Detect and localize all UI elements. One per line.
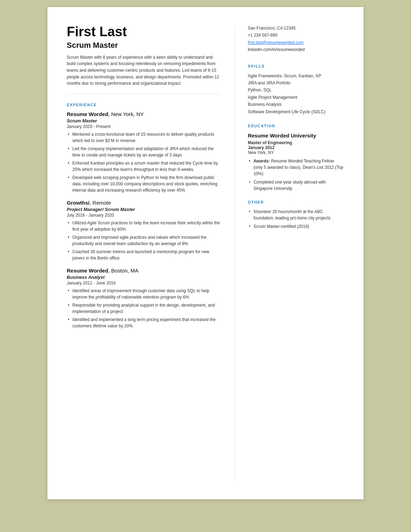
exp-bullet-1-4: Developed web scraping program in Python… <box>67 174 221 193</box>
other-section-header: OTHER <box>248 200 344 204</box>
divider-experience <box>67 94 221 94</box>
exp-bullet-2-3: Coached 30 summer interns and launched a… <box>67 249 221 261</box>
exp-dates-3: January 2012 - June 2016 <box>67 281 221 286</box>
edu-bullet-2: Completed one-year study abroad with Sin… <box>248 179 344 192</box>
contact-info: San Francisco, CA 12345 +1 234 567-890 f… <box>248 25 344 53</box>
contact-email[interactable]: first.last@resumeworded.com <box>248 40 304 45</box>
skills-section-header: SKILLS <box>248 64 344 68</box>
left-column: First Last Scrum Master Scrum Master wit… <box>67 25 235 482</box>
edu-bullets: Awards: Resume Worded Teaching Fellow (o… <box>248 158 344 192</box>
skills-list: Agile Frameworks- Scrum, Kanban, XP JIRA… <box>248 72 344 115</box>
exp-company-1: Resume Worded, New York, NY <box>67 111 221 117</box>
skill-6: Software Development Life Cycle (SDLC) <box>248 108 344 115</box>
exp-company-location-3: , Boston, MA <box>108 268 138 274</box>
contact-linkedin: linkedin.com/in/resumeworded <box>248 46 344 53</box>
candidate-summary: Scrum Master with 8 years of experience … <box>67 54 221 87</box>
exp-company-name-3: Resume Worded <box>67 268 108 274</box>
experience-section-header: EXPERIENCE <box>67 103 221 107</box>
edu-institution: Resume Worded University <box>248 132 344 139</box>
exp-company-location-2: , Remote <box>90 200 111 206</box>
exp-company-location-1: , New York, NY <box>108 111 144 117</box>
exp-bullet-2-2: Organized and improved agile practices a… <box>67 234 221 247</box>
skill-2: JIRA and JIRA Porfolio <box>248 79 344 86</box>
exp-dates-1: January 2020 - Present <box>67 124 221 129</box>
exp-company-3: Resume Worded, Boston, MA <box>67 268 221 274</box>
exp-role-2: Project Manager/ Scrum Master <box>67 207 221 212</box>
education-section-header: EDUCATION <box>248 124 344 128</box>
other-bullets: Volunteer 20 hours/month at the ABC foun… <box>248 209 344 230</box>
skill-5: Business Analysis <box>248 101 344 108</box>
right-column: San Francisco, CA 12345 +1 234 567-890 f… <box>235 25 344 482</box>
exp-bullet-1-2: Led the company implementation and adapt… <box>67 146 221 158</box>
skill-3: Python, SQL <box>248 86 344 94</box>
edu-degree: Master of Engineering <box>248 140 344 145</box>
exp-bullets-3: Identified areas of improvement through … <box>67 288 221 329</box>
skill-1: Agile Frameworks- Scrum, Kanban, XP <box>248 72 344 79</box>
exp-bullet-3-1: Identified areas of improvement through … <box>67 288 221 300</box>
resume-container: First Last Scrum Master Scrum Master wit… <box>47 7 364 499</box>
exp-role-1: Scrum Master <box>67 118 221 123</box>
exp-bullet-2-1: Utilized Agile Scrum practices to help t… <box>67 220 221 232</box>
skill-4: Agile Project Management <box>248 94 344 101</box>
experience-item-2: Growthsi, Remote Project Manager/ Scrum … <box>67 200 221 261</box>
exp-bullets-1: Mentored a cross-functional team of 15 r… <box>67 131 221 193</box>
exp-role-3: Business Analyst <box>67 275 221 280</box>
candidate-title: Scrum Master <box>67 41 221 50</box>
exp-company-name-1: Resume Worded <box>67 111 108 117</box>
experience-item-3: Resume Worded, Boston, MA Business Analy… <box>67 268 221 329</box>
candidate-name: First Last <box>67 25 221 39</box>
exp-company-name-2: Growthsi <box>67 200 90 206</box>
exp-dates-2: July 2016 - January 2020 <box>67 213 221 218</box>
exp-bullet-3-3: Identified and implemented a long term p… <box>67 316 221 329</box>
contact-address: San Francisco, CA 12345 <box>248 25 344 32</box>
edu-location: New York, NY <box>248 150 344 155</box>
edu-bullet-1: Awards: Resume Worded Teaching Fellow (o… <box>248 158 344 177</box>
exp-bullet-1-1: Mentored a cross-functional team of 15 r… <box>67 131 221 144</box>
exp-bullets-2: Utilized Agile Scrum practices to help t… <box>67 220 221 261</box>
edu-bullet-2-text: Completed one-year study abroad with Sin… <box>253 180 326 191</box>
experience-item-1: Resume Worded, New York, NY Scrum Master… <box>67 111 221 193</box>
exp-bullet-3-2: Responsible for providing analytical sup… <box>67 302 221 315</box>
other-bullet-1: Volunteer 20 hours/month at the ABC foun… <box>248 209 344 221</box>
contact-phone: +1 234 567-890 <box>248 32 344 39</box>
exp-company-2: Growthsi, Remote <box>67 200 221 206</box>
header-section: First Last Scrum Master Scrum Master wit… <box>67 25 221 87</box>
edu-bullet-1-bold: Awards: <box>253 159 270 164</box>
other-bullet-2: Scrum Master-certified (2018) <box>248 223 344 230</box>
edu-date: January 2012 <box>248 145 344 150</box>
exp-bullet-1-3: Enforced Kanban principles as a scrum ma… <box>67 160 221 173</box>
